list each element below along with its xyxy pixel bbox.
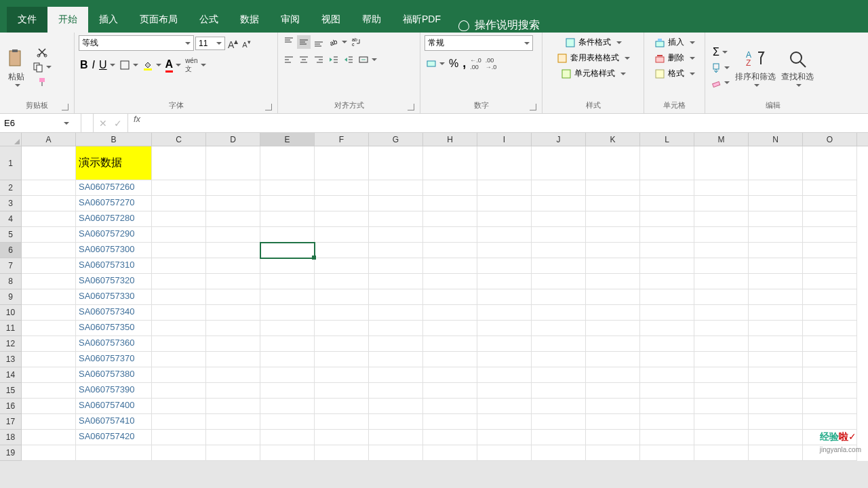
cell[interactable]: [694, 274, 749, 289]
cell[interactable]: [694, 146, 749, 180]
cell[interactable]: [152, 445, 206, 461]
cell[interactable]: SA060757350: [76, 321, 152, 336]
row-header[interactable]: 18: [0, 430, 22, 445]
cell[interactable]: [586, 289, 640, 305]
cell[interactable]: [315, 321, 369, 336]
tab-data[interactable]: 数据: [229, 7, 270, 33]
column-header[interactable]: H: [423, 133, 477, 146]
cell[interactable]: [423, 180, 477, 196]
cell[interactable]: [152, 430, 206, 445]
cell[interactable]: SA060757380: [76, 367, 152, 383]
cell[interactable]: [369, 445, 423, 461]
font-color-button[interactable]: A: [164, 57, 183, 74]
cell[interactable]: [586, 211, 640, 227]
cell[interactable]: [369, 367, 423, 383]
cell[interactable]: [694, 258, 749, 274]
cell[interactable]: [749, 336, 803, 352]
row-header[interactable]: 17: [0, 414, 22, 430]
cell[interactable]: [369, 414, 423, 430]
cell[interactable]: [803, 352, 857, 367]
cell[interactable]: [586, 383, 640, 399]
column-header[interactable]: N: [749, 133, 803, 146]
cell[interactable]: [206, 305, 260, 321]
fill-color-button[interactable]: [141, 58, 163, 72]
cell[interactable]: [260, 383, 315, 399]
cell[interactable]: [315, 243, 369, 258]
cell[interactable]: [694, 243, 749, 258]
cell[interactable]: [532, 445, 586, 461]
cell[interactable]: [152, 414, 206, 430]
cell[interactable]: [369, 146, 423, 180]
cell[interactable]: [640, 305, 694, 321]
cell[interactable]: [206, 367, 260, 383]
cell[interactable]: [22, 146, 76, 180]
cell[interactable]: [640, 414, 694, 430]
cell[interactable]: [532, 352, 586, 367]
cell[interactable]: [749, 383, 803, 399]
cell[interactable]: [423, 243, 477, 258]
cell[interactable]: [152, 211, 206, 227]
cell[interactable]: [586, 430, 640, 445]
cell[interactable]: [423, 289, 477, 305]
cell[interactable]: [640, 383, 694, 399]
cell[interactable]: [206, 274, 260, 289]
increase-font-button[interactable]: A▴: [226, 35, 239, 52]
delete-cells-button[interactable]: 删除: [648, 51, 701, 65]
sort-filter-button[interactable]: AZ 排序和筛选: [734, 47, 777, 88]
cell[interactable]: [477, 180, 532, 196]
cell[interactable]: [369, 399, 423, 414]
cell[interactable]: [532, 211, 586, 227]
cell[interactable]: [423, 399, 477, 414]
cell[interactable]: [749, 430, 803, 445]
cell[interactable]: [477, 336, 532, 352]
cell[interactable]: SA060757260: [76, 180, 152, 196]
cell[interactable]: [749, 367, 803, 383]
row-header[interactable]: 4: [0, 211, 22, 227]
cell[interactable]: [206, 196, 260, 211]
cell[interactable]: [206, 258, 260, 274]
name-box[interactable]: [0, 114, 81, 132]
cell[interactable]: SA060757310: [76, 258, 152, 274]
column-header[interactable]: I: [477, 133, 532, 146]
fill-button[interactable]: [709, 61, 731, 75]
cell[interactable]: [152, 321, 206, 336]
cell[interactable]: SA060757300: [76, 243, 152, 258]
tab-formulas[interactable]: 公式: [189, 7, 229, 33]
column-header[interactable]: D: [206, 133, 260, 146]
cell[interactable]: [206, 383, 260, 399]
cell[interactable]: [152, 336, 206, 352]
cell[interactable]: [532, 289, 586, 305]
cell[interactable]: [423, 146, 477, 180]
column-header[interactable]: M: [694, 133, 749, 146]
cell[interactable]: [260, 289, 315, 305]
name-box-input[interactable]: [0, 117, 61, 129]
row-header[interactable]: 13: [0, 352, 22, 367]
cell[interactable]: [423, 445, 477, 461]
cell[interactable]: [586, 399, 640, 414]
row-header[interactable]: 10: [0, 305, 22, 321]
cell[interactable]: [152, 227, 206, 243]
cell[interactable]: [477, 146, 532, 180]
cell[interactable]: [22, 196, 76, 211]
cell[interactable]: [586, 180, 640, 196]
tab-foxit-pdf[interactable]: 福昕PDF: [392, 7, 452, 33]
cell[interactable]: [423, 336, 477, 352]
tab-home[interactable]: 开始: [47, 7, 88, 33]
cell[interactable]: [640, 243, 694, 258]
cell[interactable]: [315, 227, 369, 243]
align-left-button[interactable]: [282, 53, 296, 66]
chevron-down-icon[interactable]: [64, 122, 69, 125]
cell[interactable]: [477, 289, 532, 305]
cell[interactable]: [423, 430, 477, 445]
cell[interactable]: [694, 367, 749, 383]
cell[interactable]: [640, 321, 694, 336]
autosum-button[interactable]: Σ: [709, 45, 731, 60]
align-right-button[interactable]: [312, 53, 326, 66]
cell[interactable]: [749, 305, 803, 321]
cell[interactable]: [260, 258, 315, 274]
cell[interactable]: [206, 414, 260, 430]
cell[interactable]: [694, 430, 749, 445]
cell[interactable]: [260, 352, 315, 367]
cell[interactable]: [260, 305, 315, 321]
cell[interactable]: [586, 414, 640, 430]
